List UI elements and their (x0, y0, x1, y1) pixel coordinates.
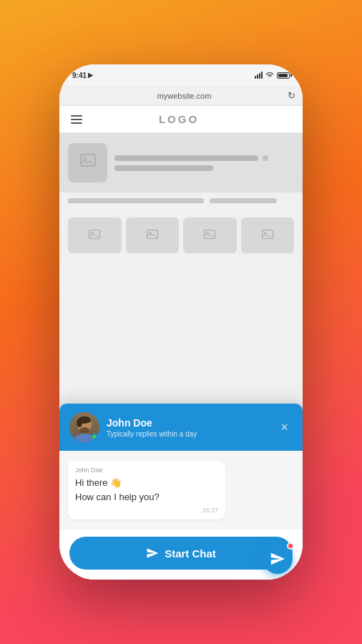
message-bubble: John Doe Hi there 👋 How can I help you? … (68, 461, 225, 519)
status-bar: 9:41 ▶ (59, 64, 303, 86)
status-time: 9:41 ▶ (72, 72, 93, 79)
chat-messages: John Doe Hi there 👋 How can I help you? … (59, 451, 303, 530)
status-icons (255, 71, 290, 79)
card-item-1 (68, 218, 122, 253)
phone-frame: 9:41 ▶ (59, 64, 303, 580)
hero-image-placeholder (68, 143, 107, 182)
card-image-icon-4 (262, 230, 273, 242)
svg-point-14 (79, 427, 89, 433)
refresh-icon[interactable]: ↻ (288, 90, 295, 101)
site-navbar: LOGO (59, 106, 303, 133)
hero-section (59, 133, 303, 192)
browser-url: mywebsite.com (81, 92, 288, 100)
telegram-fab[interactable] (263, 544, 293, 574)
site-logo: LOGO (159, 113, 199, 125)
chat-header-info: John Doe Typically replies within a day (107, 417, 269, 438)
card-image-icon-2 (147, 230, 158, 242)
card-item-4 (241, 218, 295, 253)
online-indicator (91, 434, 98, 441)
location-icon: ▶ (88, 72, 93, 79)
fab-notification-dot (287, 542, 294, 550)
svg-point-1 (84, 157, 87, 160)
chat-agent-name: John Doe (107, 417, 269, 429)
chat-avatar (69, 412, 99, 442)
image-icon (80, 154, 96, 172)
battery-icon (277, 72, 290, 79)
message-text: Hi there 👋 How can I help you? (75, 476, 218, 504)
card-image-icon-1 (89, 230, 100, 242)
card-grid (59, 213, 303, 258)
start-chat-button[interactable]: Start Chat (69, 537, 293, 570)
browser-bar: mywebsite.com ↻ (59, 86, 303, 106)
telegram-fab-icon (270, 551, 285, 567)
message-sender: John Doe (75, 467, 218, 474)
phone-screen: mywebsite.com ↻ LOGO (59, 86, 303, 580)
card-item-3 (183, 218, 237, 253)
send-icon (146, 547, 159, 560)
card-item-2 (126, 218, 180, 253)
svg-point-13 (77, 419, 82, 427)
card-image-icon-3 (204, 230, 215, 242)
message-time: 16:37 (75, 507, 218, 514)
chat-agent-status: Typically replies within a day (107, 430, 269, 438)
content-section (59, 192, 303, 213)
hero-text-lines (114, 155, 294, 171)
hamburger-menu[interactable] (71, 115, 82, 124)
chat-header: John Doe Typically replies within a day … (59, 404, 303, 451)
signal-icon (255, 72, 263, 79)
wifi-icon (265, 71, 274, 79)
chat-close-button[interactable]: × (276, 419, 293, 436)
